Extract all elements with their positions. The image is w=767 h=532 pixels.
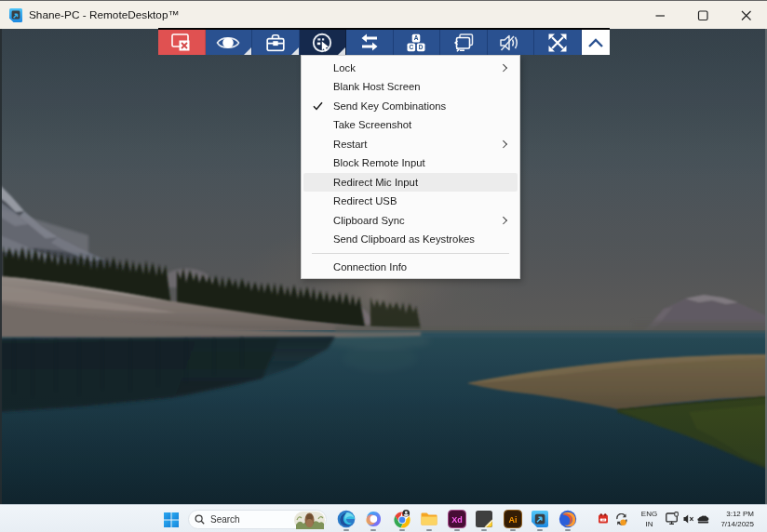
svg-text:A: A (414, 34, 419, 41)
svg-text:Xd: Xd (451, 515, 463, 525)
svg-text:10: 10 (601, 518, 605, 522)
svg-text:C: C (410, 44, 414, 50)
svg-text:D: D (419, 44, 424, 50)
svg-text:Ai: Ai (509, 515, 518, 525)
